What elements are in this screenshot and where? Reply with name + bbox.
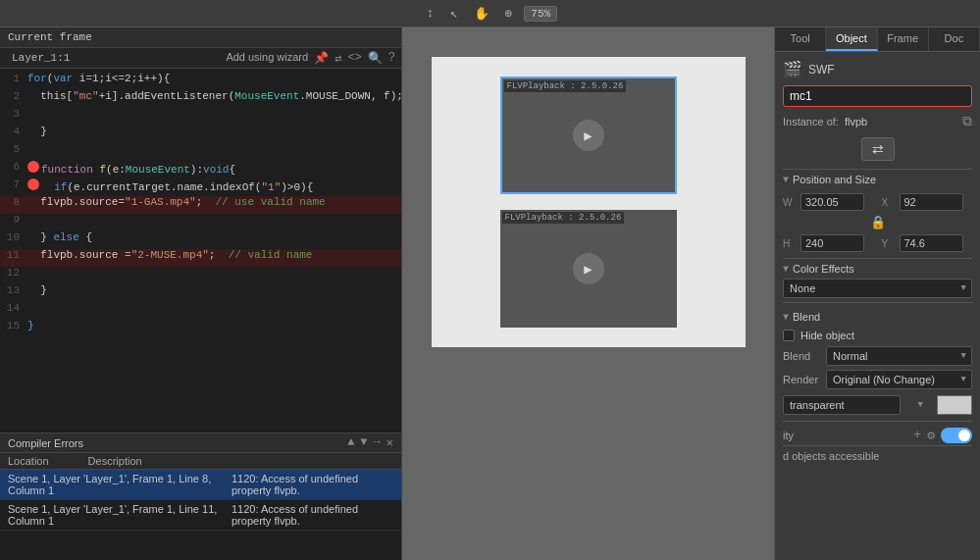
compiler-up-icon[interactable]: ▲ bbox=[347, 435, 354, 450]
tab-frame[interactable]: Frame bbox=[878, 27, 929, 51]
zoom-level[interactable]: 75% bbox=[524, 6, 557, 22]
code-editor[interactable]: 1 for(var i=1;i<=2;i++){ 2 this["mc"+i].… bbox=[0, 69, 401, 433]
compiler-row-1-location: Scene 1, Layer 'Layer_1', Frame 1, Line … bbox=[8, 473, 224, 496]
instance-name-input[interactable] bbox=[783, 85, 972, 107]
hide-object-checkbox[interactable] bbox=[783, 330, 795, 341]
code-tab-icons: Add using wizard 📌 ⇄ <> 🔍 ? bbox=[226, 51, 395, 66]
y-label: Y bbox=[882, 238, 896, 249]
instance-of-row: Instance of: flvpb ⧉ bbox=[783, 113, 972, 129]
compiler-row-2-desc: 1120: Access of undefined property flvpb… bbox=[232, 503, 393, 527]
gear-button[interactable]: ⚙ bbox=[927, 428, 935, 443]
code-line-4: 4 } bbox=[0, 126, 401, 143]
compiler-row-2[interactable]: Scene 1, Layer 'Layer_1', Frame 1, Line … bbox=[0, 500, 401, 531]
pin-icon[interactable]: 📌 bbox=[314, 51, 329, 66]
top-toolbar: ↕ ↖ ✋ ⊕ 75% bbox=[0, 0, 980, 27]
instance-copy-button[interactable]: ⧉ bbox=[962, 113, 972, 129]
video-player-2[interactable]: FLVPlayback : 2.5.0.26 ▶ bbox=[500, 210, 677, 328]
video-player-1[interactable]: FLVPlayback : 2.5.0.26 ▶ bbox=[500, 76, 677, 194]
compiler-row-1[interactable]: Scene 1, Layer 'Layer_1', Frame 1, Line … bbox=[0, 470, 401, 500]
code-line-2: 2 this["mc"+i].addEventListener(MouseEve… bbox=[0, 90, 401, 108]
compiler-row-1-desc: 1120: Access of undefined property flvpb… bbox=[232, 473, 393, 496]
layer-tab[interactable]: Layer_1:1 bbox=[6, 50, 76, 66]
position-size-section-header[interactable]: ▼ Position and Size bbox=[783, 169, 972, 189]
canvas-content: FLVPlayback : 2.5.0.26 ▶ FLVPlayback : 2… bbox=[402, 27, 774, 560]
transparent-dropdown[interactable]: transparent bbox=[783, 395, 901, 415]
play-button-1[interactable]: ▶ bbox=[573, 120, 604, 151]
y-input[interactable] bbox=[900, 234, 963, 252]
col-description: Description bbox=[88, 455, 142, 467]
add-wizard-label[interactable]: Add using wizard bbox=[226, 51, 308, 66]
compiler-header: Compiler Errors ▲ ▼ → ✕ bbox=[0, 433, 401, 453]
blend-dropdown-wrapper: Normal ▼ bbox=[826, 346, 972, 366]
color-effects-dropdown-wrapper: None ▼ bbox=[783, 279, 972, 298]
code-line-8: 8 flvpb.source="1-GAS.mp4"; // use valid… bbox=[0, 196, 401, 214]
x-input[interactable] bbox=[900, 193, 963, 211]
hide-object-label: Hide object bbox=[800, 330, 854, 341]
zoom-select-icon[interactable]: ⊕ bbox=[501, 4, 517, 24]
cursor-icon[interactable]: ↖ bbox=[446, 4, 462, 24]
swf-film-icon: 🎬 bbox=[783, 60, 802, 79]
compiler-close-icon[interactable]: ✕ bbox=[387, 435, 393, 450]
accessibility-label: d objects accessible bbox=[783, 450, 879, 462]
tab-doc[interactable]: Doc bbox=[929, 27, 980, 51]
play-button-2[interactable]: ▶ bbox=[573, 253, 604, 284]
render-label: Render bbox=[783, 374, 822, 385]
x-field: X bbox=[882, 193, 973, 211]
code-line-13: 13 } bbox=[0, 284, 401, 302]
height-input[interactable] bbox=[800, 234, 864, 252]
color-swatch[interactable] bbox=[937, 395, 972, 415]
code-line-10: 10 } else { bbox=[0, 231, 401, 249]
height-field: H bbox=[783, 234, 874, 252]
help-icon[interactable]: ? bbox=[388, 51, 395, 66]
pos-section-arrow: ▼ bbox=[783, 175, 789, 185]
color-effects-section-header[interactable]: ▼ Color Effects bbox=[783, 258, 972, 279]
lock-icon[interactable]: 🔒 bbox=[870, 215, 886, 230]
swf-icon-row: 🎬 SWF bbox=[783, 60, 972, 79]
h-label: H bbox=[783, 238, 797, 249]
render-dropdown-wrapper: Original (No Change) ▼ bbox=[826, 370, 972, 389]
width-input[interactable] bbox=[800, 193, 864, 211]
render-dropdown[interactable]: Original (No Change) bbox=[826, 370, 972, 389]
bottom-section: ity + ⚙ bbox=[783, 421, 972, 445]
color-effects-dropdown[interactable]: None bbox=[783, 279, 972, 298]
blend-section-header[interactable]: ▼ Blend bbox=[783, 307, 972, 327]
instance-of-label: Instance of: bbox=[783, 116, 839, 127]
code-icon[interactable]: <> bbox=[347, 51, 361, 66]
code-line-15: 15 } bbox=[0, 320, 401, 337]
plus-gear-row: + ⚙ bbox=[913, 428, 935, 443]
tab-object[interactable]: Object bbox=[826, 27, 877, 51]
video-label-2: FLVPlayback : 2.5.0.26 bbox=[502, 212, 625, 224]
arrow-icon[interactable]: ↕ bbox=[423, 4, 438, 23]
blend-label: Blend bbox=[783, 350, 822, 362]
render-row-2: transparent ▼ bbox=[783, 393, 972, 417]
render-row: Render Original (No Change) ▼ bbox=[783, 368, 972, 391]
code-line-14: 14 bbox=[0, 302, 401, 320]
current-frame-label: Current frame bbox=[8, 31, 92, 43]
video-label-1: FLVPlayback : 2.5.0.26 bbox=[504, 80, 627, 92]
code-panel-header: Current frame bbox=[0, 27, 401, 48]
pos-size-grid: W X 🔒 H Y bbox=[783, 189, 972, 258]
hand-icon[interactable]: ✋ bbox=[470, 4, 493, 24]
accessibility-section: d objects accessible bbox=[783, 445, 972, 464]
compiler-down-icon[interactable]: ▼ bbox=[360, 435, 367, 450]
x-label: X bbox=[882, 197, 896, 208]
blend-dropdown[interactable]: Normal bbox=[826, 346, 972, 366]
compiler-table[interactable]: Scene 1, Layer 'Layer_1', Frame 1, Line … bbox=[0, 470, 401, 560]
swap-icon-row: ⇄ bbox=[783, 137, 972, 161]
swf-name-label: SWF bbox=[808, 63, 835, 76]
swap-button[interactable]: ⇄ bbox=[861, 137, 895, 161]
compiler-header-icons: ▲ ▼ → ✕ bbox=[347, 435, 393, 450]
left-right-icon[interactable]: ⇄ bbox=[335, 51, 341, 66]
compiler-row-2-location: Scene 1, Layer 'Layer_1', Frame 1, Line … bbox=[8, 503, 224, 527]
compiler-nav-icon[interactable]: → bbox=[374, 435, 381, 450]
code-line-1: 1 for(var i=1;i<=2;i++){ bbox=[0, 73, 401, 90]
canvas-white-bg: FLVPlayback : 2.5.0.26 ▶ FLVPlayback : 2… bbox=[432, 57, 746, 347]
code-panel: Current frame Layer_1:1 Add using wizard… bbox=[0, 27, 402, 560]
plus-button[interactable]: + bbox=[913, 428, 921, 443]
right-panel: Tool Object Frame Doc 🎬 SWF Instance of:… bbox=[774, 27, 980, 560]
toggle-switch[interactable] bbox=[941, 428, 972, 443]
tab-tool[interactable]: Tool bbox=[775, 27, 826, 51]
instance-of-value: flvpb bbox=[845, 116, 867, 127]
code-line-9: 9 bbox=[0, 214, 401, 231]
search-code-icon[interactable]: 🔍 bbox=[368, 51, 383, 66]
